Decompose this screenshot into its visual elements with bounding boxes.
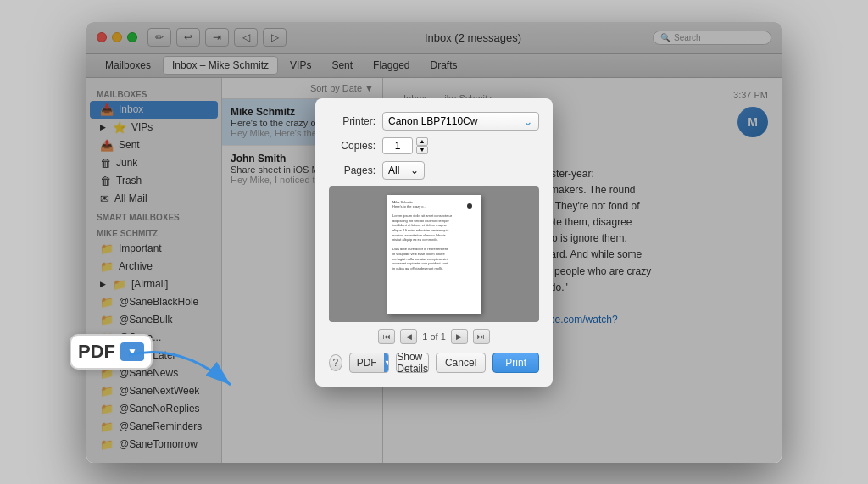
printer-row: Printer: Canon LBP7110Cw ⌄ — [329, 112, 539, 131]
pdf-button[interactable]: PDF ▼ — [349, 353, 390, 373]
page-nav: ⏮ ◀ 1 of 1 ▶ ⏭ — [329, 329, 539, 344]
pdf-badge-text: PDF — [78, 341, 115, 363]
print-preview-page: Mike Schmitz Here's to the crazy o... Lo… — [387, 195, 481, 314]
pages-select-group: All ⌄ — [382, 161, 425, 180]
print-button[interactable]: Print — [492, 353, 539, 373]
print-dialog: Printer: Canon LBP7110Cw ⌄ Copies: 1 ▲ ▼ — [315, 98, 553, 387]
pdf-label: PDF — [350, 357, 384, 369]
copies-stepper: 1 ▲ ▼ — [382, 137, 428, 154]
next-page-btn[interactable]: ▶ — [451, 329, 468, 344]
copies-down[interactable]: ▼ — [416, 146, 428, 154]
preview-dot — [467, 203, 472, 209]
cancel-button[interactable]: Cancel — [436, 353, 486, 373]
copies-input[interactable]: 1 — [382, 137, 413, 154]
printer-label: Printer: — [329, 115, 376, 127]
pages-row: Pages: All ⌄ — [329, 161, 539, 180]
pdf-dropdown-arrow-icon: ▼ — [384, 353, 390, 372]
copies-arrows: ▲ ▼ — [416, 137, 428, 154]
help-button[interactable]: ? — [329, 354, 342, 371]
pages-dropdown[interactable]: All ⌄ — [382, 161, 425, 180]
printer-select-arrow: ⌄ — [523, 114, 533, 128]
last-page-btn[interactable]: ⏭ — [473, 329, 490, 344]
show-details-button[interactable]: Show Details — [396, 353, 429, 373]
annotation-arrow — [129, 342, 248, 393]
printer-select[interactable]: Canon LBP7110Cw ⌄ — [382, 112, 539, 131]
preview-page-text: Mike Schmitz Here's to the crazy o... Lo… — [392, 200, 476, 271]
first-page-btn[interactable]: ⏮ — [378, 329, 395, 344]
pages-label: Pages: — [329, 164, 376, 176]
page-indicator: 1 of 1 — [422, 331, 446, 342]
print-preview-area: Mike Schmitz Here's to the crazy o... Lo… — [329, 186, 539, 322]
copies-row: Copies: 1 ▲ ▼ — [329, 137, 539, 154]
dialog-buttons: ? PDF ▼ Show Details Cancel Print — [329, 353, 539, 373]
mail-window: ✏ ↩ ⇥ ◁ ▷ Inbox (2 messages) 🔍 Search Ma… — [86, 22, 782, 463]
copies-up[interactable]: ▲ — [416, 137, 428, 146]
pages-arrow-icon: ⌄ — [410, 164, 419, 176]
copies-label: Copies: — [329, 140, 376, 152]
dialog-overlay: Printer: Canon LBP7110Cw ⌄ Copies: 1 ▲ ▼ — [86, 22, 782, 463]
prev-page-btn[interactable]: ◀ — [400, 329, 417, 344]
